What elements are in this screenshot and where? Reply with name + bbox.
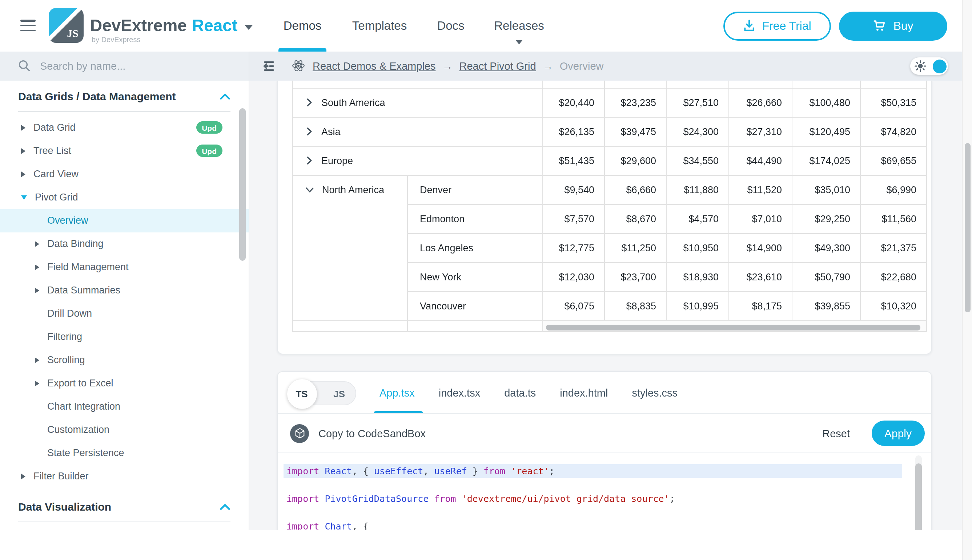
sidebar-item-tree-list[interactable]: Tree ListUpd (0, 139, 249, 162)
sidebar-item-state-persistence[interactable]: State Persistence (0, 441, 249, 465)
cell-value[interactable]: $24,300 (666, 117, 728, 147)
page-scrollbar[interactable] (962, 0, 972, 560)
sidebar-item-data-binding[interactable]: Data Binding (0, 232, 249, 255)
ts-option[interactable]: TS (287, 379, 316, 408)
chevron-up-icon[interactable] (219, 93, 231, 100)
cell-value[interactable]: $174,025 (792, 147, 860, 175)
chevron-down-icon[interactable] (244, 25, 253, 30)
cell-value[interactable]: $23,700 (604, 263, 666, 292)
sidebar-item-customization[interactable]: Customization (0, 418, 249, 441)
collapse-sidebar-icon[interactable] (262, 60, 276, 72)
expand-right-icon[interactable] (21, 125, 25, 130)
cell-value[interactable]: $27,510 (666, 88, 728, 117)
cell-value[interactable]: $29,600 (604, 147, 666, 175)
js-logo[interactable]: JS (49, 8, 84, 43)
cell-value[interactable]: $23,610 (728, 263, 792, 292)
city-label[interactable]: New York (407, 263, 542, 292)
cell-value[interactable]: $6,075 (542, 292, 604, 321)
cell-value[interactable]: $100,480 (792, 88, 860, 117)
search-input[interactable] (40, 60, 200, 72)
cell-value[interactable]: $11,250 (604, 233, 666, 263)
city-label[interactable]: Denver (407, 175, 542, 205)
nav-docs[interactable]: Docs (437, 0, 464, 52)
cell-value[interactable]: $7,570 (542, 205, 604, 233)
cell-value[interactable]: $12,775 (542, 233, 604, 263)
cell-value[interactable]: $7,010 (728, 205, 792, 233)
expand-right-icon[interactable] (35, 241, 39, 247)
sidebar-item-overview[interactable]: Overview (0, 209, 249, 232)
cell-value[interactable]: $26,660 (728, 88, 792, 117)
expand-row-icon[interactable] (305, 98, 313, 107)
cell-value[interactable]: $29,250 (792, 205, 860, 233)
releases-dropdown-caret-icon[interactable] (515, 40, 523, 44)
cell-value[interactable]: $34,550 (666, 147, 728, 175)
cell-value[interactable]: $11,880 (666, 175, 728, 205)
expand-down-icon[interactable] (21, 195, 27, 199)
cell-value[interactable]: $23,235 (604, 88, 666, 117)
sidebar-item-field-management[interactable]: Field Management (0, 255, 249, 278)
cell-value[interactable]: $8,670 (604, 205, 666, 233)
language-toggle[interactable]: TS JS (288, 381, 356, 405)
sidebar-item-pivot-grid[interactable]: Pivot Grid (0, 186, 249, 209)
breadcrumb-pivot-grid-link[interactable]: React Pivot Grid (459, 60, 536, 72)
city-label[interactable]: Los Angeles (407, 233, 542, 263)
page-scrollbar-thumb[interactable] (964, 143, 970, 312)
cell-value[interactable]: $120,495 (792, 117, 860, 147)
free-trial-button[interactable]: Free Trial (723, 11, 831, 40)
cell-value[interactable]: $26,135 (542, 117, 604, 147)
cell-value[interactable]: $44,490 (728, 147, 792, 175)
cell-value[interactable]: $8,175 (728, 292, 792, 321)
collapse-row-icon[interactable] (305, 186, 314, 194)
expand-row-icon[interactable] (305, 156, 313, 165)
theme-toggle[interactable] (910, 57, 948, 75)
sidebar-item-export-to-excel[interactable]: Export to Excel (0, 372, 249, 395)
cell-value[interactable]: $10,320 (860, 292, 926, 321)
tab-styles-css[interactable]: styles.css (632, 387, 678, 399)
expand-right-icon[interactable] (35, 380, 39, 386)
sidebar-item-filter-builder[interactable]: Filter Builder (0, 465, 249, 488)
cell-value[interactable]: $10,995 (666, 292, 728, 321)
cell-value[interactable]: $20,440 (542, 88, 604, 117)
horizontal-scrollbar[interactable] (545, 325, 920, 330)
brand-title[interactable]: DevExtremeReact (90, 16, 253, 36)
sidebar-item-filtering[interactable]: Filtering (0, 325, 249, 348)
tab-index-tsx[interactable]: index.tsx (439, 387, 480, 399)
section-data-visualization[interactable]: Data Visualization (0, 495, 249, 518)
cell-value[interactable]: $14,900 (728, 233, 792, 263)
cell-value[interactable]: $18,930 (666, 263, 728, 292)
cell-value[interactable]: $11,520 (728, 175, 792, 205)
sidebar-scrollbar[interactable] (239, 108, 246, 261)
cell-value[interactable]: $4,570 (666, 205, 728, 233)
sidebar-item-drill-down[interactable]: Drill Down (0, 302, 249, 325)
cell-value[interactable]: $8,835 (604, 292, 666, 321)
cell-value[interactable]: $22,680 (860, 263, 926, 292)
breadcrumb-demos-link[interactable]: React Demos & Examples (313, 60, 435, 72)
js-option[interactable]: JS (333, 382, 345, 406)
tab-index-html[interactable]: index.html (560, 387, 608, 399)
cell-value[interactable]: $9,540 (542, 175, 604, 205)
codesandbox-icon[interactable] (290, 424, 309, 443)
code-editor[interactable]: import React, { useEffect, useRef } from… (278, 453, 931, 530)
cell-value[interactable]: $6,990 (860, 175, 926, 205)
apply-button[interactable]: Apply (871, 421, 925, 446)
city-label[interactable]: Vancouver (407, 292, 542, 321)
cell-value[interactable]: $6,660 (604, 175, 666, 205)
tab-data-ts[interactable]: data.ts (504, 387, 536, 399)
cell-value[interactable]: $74,820 (860, 117, 926, 147)
cell-value[interactable]: $39,475 (604, 117, 666, 147)
expand-row-icon[interactable] (305, 127, 313, 136)
nav-demos[interactable]: Demos (284, 0, 322, 52)
cell-value[interactable]: $51,435 (542, 147, 604, 175)
sidebar-item-data-grid[interactable]: Data GridUpd (0, 116, 249, 139)
cell-value[interactable]: $49,300 (792, 233, 860, 263)
nav-templates[interactable]: Templates (352, 0, 407, 52)
cell-value[interactable]: $27,310 (728, 117, 792, 147)
tab-app-tsx[interactable]: App.tsx (380, 387, 415, 399)
city-label[interactable]: Edmonton (407, 205, 542, 233)
code-scrollbar-thumb[interactable] (915, 463, 922, 530)
cell-value[interactable]: $11,560 (860, 205, 926, 233)
cell-value[interactable]: $10,950 (666, 233, 728, 263)
reset-button[interactable]: Reset (822, 428, 850, 440)
toggle-knob[interactable] (932, 59, 946, 73)
cell-value[interactable]: $12,030 (542, 263, 604, 292)
